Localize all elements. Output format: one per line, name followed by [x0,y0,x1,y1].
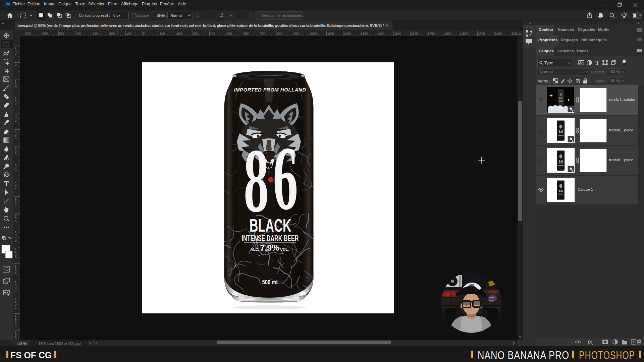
svg-text:T: T [4,180,9,188]
svg-text:8.6: 8.6 [559,97,562,100]
svg-text:IMPORTED FROM HOLLAND: IMPORTED FROM HOLLAND [234,87,306,93]
svg-text:6: 6 [273,127,298,228]
svg-text:INTENSE DARK BEER: INTENSE DARK BEER [242,234,299,242]
svg-text:fx: fx [588,339,592,345]
svg-text:BLACK: BLACK [250,216,291,236]
svg-text:T: T [595,60,599,66]
svg-text:8.6: 8.6 [559,130,563,133]
svg-text:8.6: 8.6 [559,189,563,192]
svg-text:500 mL: 500 mL [262,279,279,286]
svg-text:8.6: 8.6 [559,160,563,163]
